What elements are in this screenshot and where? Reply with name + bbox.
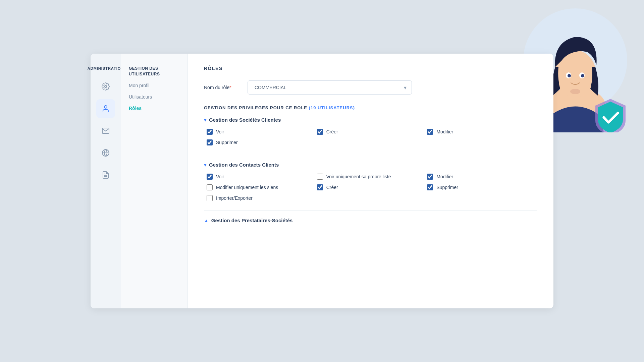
checkbox-contacts-voir-propre: Voir uniquement sa propre liste xyxy=(317,174,427,180)
checkbox-contacts-creer-input[interactable] xyxy=(317,184,323,190)
nav-panel: GESTION DES UTILISATEURS Mon profil Util… xyxy=(121,54,188,308)
checkbox-contacts-voir-propre-label: Voir uniquement sa propre liste xyxy=(326,174,391,179)
nav-section-title: GESTION DES UTILISATEURS xyxy=(121,60,187,80)
svg-point-8 xyxy=(570,89,580,94)
svg-point-5 xyxy=(579,72,585,78)
checkbox-contacts-creer: Créer xyxy=(317,184,427,190)
svg-rect-2 xyxy=(570,85,580,97)
svg-point-9 xyxy=(105,85,107,87)
sidebar-icon-user[interactable] xyxy=(96,99,115,118)
checkbox-supprimer-label: Supprimer xyxy=(216,140,238,145)
sidebar-icon-gear[interactable] xyxy=(96,77,115,96)
nav-item-utilisateurs[interactable]: Utilisateurs xyxy=(121,91,187,103)
chevron-down-icon: ▾ xyxy=(204,117,206,123)
main-card: ADMINISTRATION GESTION DES UTILISATEURS … xyxy=(91,54,553,308)
checkbox-contacts-voir-input[interactable] xyxy=(207,174,213,180)
checkbox-contacts-modifier-label: Modifier xyxy=(436,174,453,179)
svg-point-1 xyxy=(545,87,605,124)
checkbox-voir-input[interactable] xyxy=(207,129,213,135)
checkbox-contacts-supprimer: Supprimer xyxy=(427,184,537,190)
nav-item-roles[interactable]: Rôles xyxy=(121,103,187,114)
checkbox-contacts-modifier-siens-input[interactable] xyxy=(207,184,213,190)
checkbox-modifier-input[interactable] xyxy=(427,129,433,135)
checkbox-contacts-modifier-siens-label: Modifier uniquement les siens xyxy=(216,185,278,190)
checkbox-creer-input[interactable] xyxy=(317,129,323,135)
checkbox-contacts-creer-label: Créer xyxy=(326,185,338,190)
checkbox-contacts-supprimer-input[interactable] xyxy=(427,184,433,190)
privilege-group-contacts: ▾ Gestion des Contacts Clients Voir Voir… xyxy=(204,162,537,201)
checkbox-voir-label: Voir xyxy=(216,129,224,134)
section-title: RÔLES xyxy=(204,66,537,71)
svg-point-10 xyxy=(104,106,107,108)
icon-sidebar: ADMINISTRATION xyxy=(91,54,121,308)
checkbox-voir: Voir xyxy=(207,129,317,135)
sidebar-icon-file[interactable] xyxy=(96,166,115,184)
role-label: Nom du rôle* xyxy=(204,85,241,90)
checkbox-contacts-importer-label: Importer/Exporter xyxy=(216,195,253,201)
svg-point-7 xyxy=(581,74,584,77)
checkbox-contacts-modifier-siens: Modifier uniquement les siens xyxy=(207,184,317,190)
checkbox-contacts-modifier: Modifier xyxy=(427,174,537,180)
checkbox-supprimer-input[interactable] xyxy=(207,139,213,145)
checkbox-modifier: Modifier xyxy=(427,129,537,135)
group-header-societes[interactable]: ▾ Gestion des Sociétés Clientes xyxy=(204,117,537,123)
svg-point-3 xyxy=(554,50,596,97)
checkbox-contacts-importer: Importer/Exporter xyxy=(207,195,317,201)
role-select[interactable]: COMMERCIAL ADMIN MANAGER xyxy=(248,80,412,95)
privilege-group-prestataires: ▲ Gestion des Prestataires-Sociétés xyxy=(204,218,537,223)
group-header-contacts[interactable]: ▾ Gestion des Contacts Clients xyxy=(204,162,537,168)
privilege-group-societes: ▾ Gestion des Sociétés Clientes Voir Cré… xyxy=(204,117,537,145)
sidebar-icon-envelope[interactable] xyxy=(96,121,115,140)
checkboxes-societes: Voir Créer Modifier Supprimer xyxy=(204,129,537,145)
nav-item-profil[interactable]: Mon profil xyxy=(121,80,187,91)
checkbox-supprimer: Supprimer xyxy=(207,139,317,145)
checkbox-contacts-voir: Voir xyxy=(207,174,317,180)
group-header-prestataires[interactable]: ▲ Gestion des Prestataires-Sociétés xyxy=(204,218,537,223)
chevron-up-icon: ▲ xyxy=(204,218,209,223)
sidebar-icon-globe[interactable] xyxy=(96,143,115,162)
role-row: Nom du rôle* COMMERCIAL ADMIN MANAGER ▾ xyxy=(204,80,537,95)
checkbox-contacts-voir-label: Voir xyxy=(216,174,224,179)
content-area: RÔLES Nom du rôle* COMMERCIAL ADMIN MANA… xyxy=(188,54,553,308)
divider-1 xyxy=(204,155,537,155)
checkbox-contacts-voir-propre-input[interactable] xyxy=(317,174,323,180)
checkbox-contacts-importer-input[interactable] xyxy=(207,195,213,201)
role-select-wrapper[interactable]: COMMERCIAL ADMIN MANAGER ▾ xyxy=(248,80,412,95)
checkbox-contacts-modifier-input[interactable] xyxy=(427,174,433,180)
checkbox-creer-label: Créer xyxy=(326,129,338,134)
svg-point-6 xyxy=(568,74,571,77)
checkboxes-contacts: Voir Voir uniquement sa propre liste Mod… xyxy=(204,174,537,201)
svg-point-4 xyxy=(566,72,571,78)
privileges-header: GESTION DES PRIVILEGES POUR CE ROLE (19 … xyxy=(204,105,537,110)
checkbox-contacts-supprimer-label: Supprimer xyxy=(436,185,458,190)
checkbox-creer: Créer xyxy=(317,129,427,135)
divider-2 xyxy=(204,210,537,211)
checkbox-modifier-label: Modifier xyxy=(436,129,453,134)
chevron-down-icon-2: ▾ xyxy=(204,162,206,168)
